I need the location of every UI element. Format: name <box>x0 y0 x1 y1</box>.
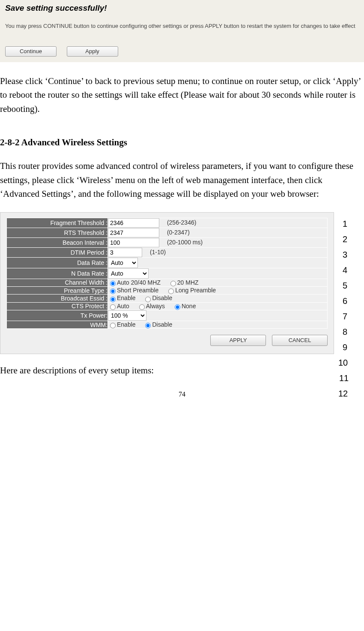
preamble-type-label: Preamble Type : <box>7 287 108 294</box>
n-data-rate-select[interactable]: Auto <box>108 268 149 279</box>
beacon-interval-label: Beacon Interval : <box>7 237 108 247</box>
cts-none-radio[interactable] <box>175 304 180 310</box>
channel-width-auto-radio[interactable] <box>110 281 116 286</box>
cts-auto-radio[interactable] <box>110 304 116 310</box>
callout-7: 7 <box>343 312 347 322</box>
save-dialog: Save setting successfully! You may press… <box>0 0 364 62</box>
page-number: 74 <box>0 391 364 398</box>
data-rate-select[interactable]: Auto <box>108 258 138 268</box>
wmm-enable-radio[interactable] <box>110 323 116 328</box>
callout-4: 4 <box>343 265 347 275</box>
wmm-disable[interactable]: Disable <box>143 321 172 328</box>
broadcast-enable-radio[interactable] <box>110 297 116 302</box>
callout-8: 8 <box>343 327 347 337</box>
channel-width-auto[interactable]: Auto 20/40 MHZ <box>108 279 161 286</box>
n-data-rate-label: N Data Rate : <box>7 268 108 279</box>
paragraph-descriptions: Here are descriptions of every setup ite… <box>0 364 364 378</box>
wmm-disable-text: Disable <box>152 321 172 328</box>
preamble-long-text: Long Preamble <box>175 287 216 294</box>
rts-threshold-hint: (0-2347) <box>167 229 190 236</box>
cts-always-text: Always <box>146 303 165 309</box>
channel-width-20-radio[interactable] <box>170 281 176 286</box>
wmm-disable-radio[interactable] <box>145 323 151 328</box>
cts-none-text: None <box>182 303 196 309</box>
channel-width-label: Channel Width : <box>7 279 108 286</box>
broadcast-disable-text: Disable <box>152 294 172 301</box>
settings-table: Fragment Threshold : (256-2346) RTS Thre… <box>6 218 328 329</box>
cancel-settings-button[interactable]: CANCEL <box>272 335 328 346</box>
dialog-button-row: Continue Apply <box>5 45 359 57</box>
dtim-period-input[interactable] <box>108 248 142 257</box>
callout-9: 9 <box>343 343 347 352</box>
rts-threshold-input[interactable] <box>108 228 159 237</box>
channel-width-20[interactable]: 20 MHZ <box>168 279 199 286</box>
broadcast-disable-radio[interactable] <box>145 297 151 302</box>
callout-12: 12 <box>338 389 348 398</box>
section-heading: 2-8-2 Advanced Wireless Settings <box>0 137 364 148</box>
dialog-title: Save setting successfully! <box>5 3 359 13</box>
channel-width-20-text: 20 MHZ <box>177 279 199 286</box>
paragraph-intro: This router provides some advanced contr… <box>0 159 364 201</box>
paragraph-continue-apply: Please click ‘Continue’ to back to previ… <box>0 74 364 116</box>
dialog-text: You may press CONTINUE button to continu… <box>5 22 359 30</box>
fragment-threshold-hint: (256-2346) <box>167 219 197 226</box>
tx-power-select[interactable]: 100 % <box>108 310 146 321</box>
broadcast-essid-label: Broadcast Essid : <box>7 294 108 302</box>
wmm-enable[interactable]: Enable <box>108 321 136 328</box>
callout-6: 6 <box>343 296 347 306</box>
apply-button[interactable]: Apply <box>67 46 118 57</box>
broadcast-enable[interactable]: Enable <box>108 294 136 301</box>
preamble-short-text: Short Preamble <box>117 287 158 294</box>
settings-figure: Fragment Threshold : (256-2346) RTS Thre… <box>0 212 364 354</box>
callout-3: 3 <box>343 250 347 260</box>
preamble-long[interactable]: Long Preamble <box>166 287 216 294</box>
wmm-label: WMM: <box>7 321 108 329</box>
dtim-period-label: DTIM Period : <box>7 247 108 257</box>
data-rate-label: Data Rate : <box>7 257 108 268</box>
callout-5: 5 <box>343 281 347 291</box>
continue-button[interactable]: Continue <box>5 46 57 57</box>
broadcast-enable-text: Enable <box>117 294 136 301</box>
cts-none[interactable]: None <box>173 303 196 309</box>
callout-10: 10 <box>338 358 348 368</box>
action-row: APPLY CANCEL <box>6 329 328 346</box>
tx-power-label: Tx Power: <box>7 310 108 321</box>
cts-auto-text: Auto <box>117 303 129 309</box>
advanced-settings-panel: Fragment Threshold : (256-2346) RTS Thre… <box>0 212 334 354</box>
cts-protect-label: CTS Protect : <box>7 302 108 310</box>
callout-2: 2 <box>343 234 347 244</box>
preamble-long-radio[interactable] <box>168 288 174 294</box>
wmm-enable-text: Enable <box>117 321 136 328</box>
preamble-short-radio[interactable] <box>110 288 116 294</box>
cts-auto[interactable]: Auto <box>108 303 129 309</box>
broadcast-disable[interactable]: Disable <box>143 294 172 301</box>
beacon-interval-input[interactable] <box>108 238 159 247</box>
channel-width-auto-text: Auto 20/40 MHZ <box>117 279 161 286</box>
cts-always[interactable]: Always <box>137 303 165 309</box>
dtim-period-hint: (1-10) <box>150 249 166 255</box>
apply-settings-button[interactable]: APPLY <box>210 335 266 346</box>
callout-1: 1 <box>343 219 347 229</box>
preamble-short[interactable]: Short Preamble <box>108 287 158 294</box>
fragment-threshold-input[interactable] <box>108 218 159 228</box>
callout-11: 11 <box>339 373 349 383</box>
rts-threshold-label: RTS Threshold : <box>7 228 108 237</box>
beacon-interval-hint: (20-1000 ms) <box>167 239 203 246</box>
fragment-threshold-label: Fragment Threshold : <box>7 218 108 228</box>
cts-always-radio[interactable] <box>139 304 145 310</box>
